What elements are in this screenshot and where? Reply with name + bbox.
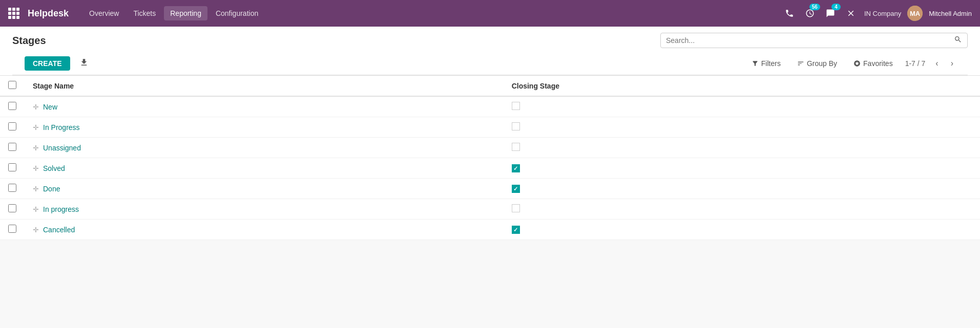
table-row: ✛Solved (0, 158, 980, 179)
svg-text:MA: MA (910, 10, 921, 17)
closing-stage-cell (504, 199, 980, 220)
drag-handle-icon[interactable]: ✛ (33, 164, 39, 172)
pagination-prev[interactable]: ‹ (933, 58, 940, 69)
search-input[interactable] (666, 36, 954, 45)
row-checkbox[interactable] (8, 102, 16, 110)
stage-name-link[interactable]: New (43, 103, 57, 111)
stage-name-link[interactable]: Solved (43, 164, 65, 172)
stage-name-link[interactable]: Cancelled (43, 226, 75, 234)
menu-item-overview[interactable]: Overview (83, 6, 125, 20)
clock-badge: 56 (809, 4, 820, 10)
stage-name-cell: ✛Unassigned (25, 138, 504, 158)
search-icon[interactable] (954, 35, 962, 46)
filters-label: Filters (761, 59, 781, 68)
closing-stage-cell (504, 117, 980, 138)
row-checkbox[interactable] (8, 143, 16, 151)
closing-stage-cell (504, 220, 980, 240)
table-row: ✛Cancelled (0, 220, 980, 240)
col-closing-stage: Closing Stage (504, 76, 980, 96)
page-title-row: Stages (12, 33, 968, 52)
col-stage-name: Stage Name (25, 76, 504, 96)
select-all-checkbox[interactable] (8, 81, 16, 89)
stages-table: Stage Name Closing Stage ✛New✛In Progres… (0, 76, 980, 240)
table-header-row: Stage Name Closing Stage (0, 76, 980, 96)
stage-name-link[interactable]: In Progress (43, 123, 80, 132)
drag-handle-icon[interactable]: ✛ (33, 185, 39, 193)
top-navigation: Helpdesk Overview Tickets Reporting Conf… (0, 0, 980, 27)
drag-handle-icon[interactable]: ✛ (33, 123, 39, 132)
closing-stage-cell (504, 179, 980, 199)
stage-name-cell: ✛In Progress (25, 117, 504, 138)
table-row: ✛New (0, 96, 980, 117)
closing-checkbox-unchecked[interactable] (512, 102, 520, 110)
toolbar: CREATE Filters Group By Favorites 1-7 / … (12, 52, 968, 75)
toolbar-right: Filters Group By Favorites 1-7 / 7 ‹ › (747, 57, 955, 70)
table-row: ✛Unassigned (0, 138, 980, 158)
closing-checkbox-checked[interactable] (512, 185, 520, 193)
phone-icon[interactable] (782, 6, 797, 20)
stage-name-cell: ✛Cancelled (25, 220, 504, 240)
favorites-button[interactable]: Favorites (849, 57, 897, 70)
page-title: Stages (12, 35, 46, 47)
select-all-cell (0, 76, 25, 96)
create-button[interactable]: CREATE (25, 56, 70, 71)
close-icon[interactable] (844, 6, 858, 20)
main-menu: Overview Tickets Reporting Configuration (83, 6, 778, 20)
stage-name-cell: ✛In progress (25, 199, 504, 220)
stage-name-link[interactable]: Done (43, 185, 60, 193)
stage-name-link[interactable]: Unassigned (43, 144, 81, 152)
drag-handle-icon[interactable]: ✛ (33, 144, 39, 152)
app-brand[interactable]: Helpdesk (28, 8, 69, 19)
page-header: Stages CREATE Filters Group (0, 27, 980, 76)
page-content: Stages CREATE Filters Group (0, 27, 980, 328)
closing-checkbox-unchecked[interactable] (512, 122, 520, 130)
favorites-label: Favorites (863, 59, 893, 68)
table-row: ✛Done (0, 179, 980, 199)
closing-stage-cell (504, 158, 980, 179)
drag-handle-icon[interactable]: ✛ (33, 103, 39, 111)
download-button[interactable] (76, 57, 92, 71)
filters-button[interactable]: Filters (747, 57, 785, 70)
table-row: ✛In Progress (0, 117, 980, 138)
row-checkbox[interactable] (8, 225, 16, 233)
user-label: Mitchell Admin (929, 10, 972, 17)
closing-checkbox-checked[interactable] (512, 164, 520, 172)
search-bar (660, 33, 968, 48)
table-row: ✛In progress (0, 199, 980, 220)
menu-item-tickets[interactable]: Tickets (127, 6, 162, 20)
menu-item-reporting[interactable]: Reporting (164, 6, 207, 20)
row-checkbox[interactable] (8, 122, 16, 130)
stage-name-cell: ✛New (25, 96, 504, 117)
closing-checkbox-unchecked[interactable] (512, 143, 520, 151)
stage-name-cell: ✛Done (25, 179, 504, 199)
apps-grid-icon[interactable] (8, 8, 19, 19)
drag-handle-icon[interactable]: ✛ (33, 226, 39, 234)
row-checkbox[interactable] (8, 184, 16, 192)
avatar[interactable]: MA (907, 6, 923, 21)
topnav-right: 56 4 IN Company MA Mitchell Admin (782, 6, 972, 21)
clock-icon[interactable]: 56 (803, 6, 817, 20)
closing-checkbox-checked[interactable] (512, 226, 520, 234)
pagination-info: 1-7 / 7 (905, 59, 926, 68)
pagination-next[interactable]: › (949, 58, 955, 69)
stage-name-cell: ✛Solved (25, 158, 504, 179)
closing-stage-cell (504, 138, 980, 158)
menu-item-configuration[interactable]: Configuration (210, 6, 264, 20)
stage-name-link[interactable]: In progress (43, 205, 79, 213)
company-label: IN Company (864, 10, 901, 17)
chat-icon[interactable]: 4 (823, 6, 838, 20)
row-checkbox[interactable] (8, 204, 16, 212)
closing-stage-cell (504, 96, 980, 117)
chat-badge: 4 (831, 4, 841, 10)
groupby-label: Group By (807, 59, 837, 68)
closing-checkbox-unchecked[interactable] (512, 204, 520, 212)
drag-handle-icon[interactable]: ✛ (33, 205, 39, 213)
row-checkbox[interactable] (8, 163, 16, 171)
groupby-button[interactable]: Group By (793, 57, 841, 70)
